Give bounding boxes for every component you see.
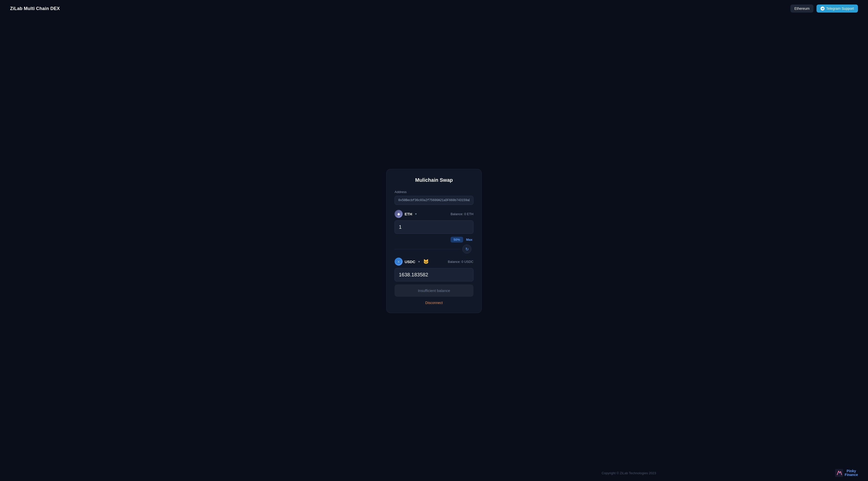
to-token-balance: Balance: 0 USDC: [448, 260, 473, 264]
from-token-chevron: ▼: [415, 213, 417, 215]
50-percent-button[interactable]: 50%: [451, 237, 463, 243]
telegram-icon: [820, 6, 825, 10]
svg-text:$: $: [398, 261, 399, 263]
from-token-symbol: ETH: [405, 212, 412, 216]
address-label: Address: [395, 190, 473, 194]
swap-direction-button[interactable]: ↻: [462, 245, 471, 254]
to-amount-wrapper: [395, 268, 473, 281]
usdc-icon: $: [395, 258, 403, 266]
to-token-row: $ USDC ▼ 🐱 Balance: 0 USDC: [395, 258, 473, 266]
swap-card: Mulichain Swap Address ◆ ETH ▼ Balance: …: [386, 169, 482, 313]
telegram-button[interactable]: Telegram Support: [816, 4, 858, 12]
from-amount-wrapper: [395, 220, 473, 234]
from-token-balance: Balance: 0 ETH: [451, 212, 473, 216]
percentage-row: 50% Max: [395, 237, 473, 243]
eth-icon: ◆: [395, 210, 403, 218]
to-token-emoji: 🐱: [423, 259, 429, 264]
header-right: Ethereum Telegram Support: [790, 4, 858, 12]
max-button[interactable]: Max: [465, 237, 473, 243]
swap-title: Mulichain Swap: [395, 177, 473, 183]
swap-divider-row: ↻: [395, 245, 473, 254]
from-token-selector[interactable]: ◆ ETH ▼: [395, 210, 417, 218]
svg-point-3: [839, 473, 840, 474]
pinky-text: Pinky Finance: [845, 469, 858, 477]
main-content: Mulichain Swap Address ◆ ETH ▼ Balance: …: [0, 17, 868, 465]
logo: ZiLab Multi Chain DEX: [10, 6, 60, 11]
ethereum-button[interactable]: Ethereum: [790, 4, 814, 12]
from-token-row: ◆ ETH ▼ Balance: 0 ETH: [395, 210, 473, 218]
disconnect-button[interactable]: Disconnect: [395, 301, 473, 305]
header: ZiLab Multi Chain DEX Ethereum Telegram …: [0, 0, 868, 17]
to-token-selector[interactable]: $ USDC ▼ 🐱: [395, 258, 429, 266]
address-input[interactable]: [395, 196, 473, 205]
swap-line-left: [395, 249, 460, 249]
telegram-label: Telegram Support: [826, 6, 854, 10]
insufficient-balance-button: Insufficient balance: [395, 284, 473, 297]
to-token-symbol: USDC: [405, 260, 415, 264]
footer-copyright: Copyright © ZiLab Technologies 2023: [423, 471, 835, 475]
to-amount-input[interactable]: [399, 272, 469, 278]
to-token-chevron: ▼: [418, 260, 421, 263]
footer: Copyright © ZiLab Technologies 2023 Pink…: [0, 465, 868, 481]
pinky-finance-logo: Pinky Finance: [835, 469, 858, 477]
from-amount-input[interactable]: [399, 224, 469, 230]
pinky-logo-icon: [835, 469, 843, 477]
